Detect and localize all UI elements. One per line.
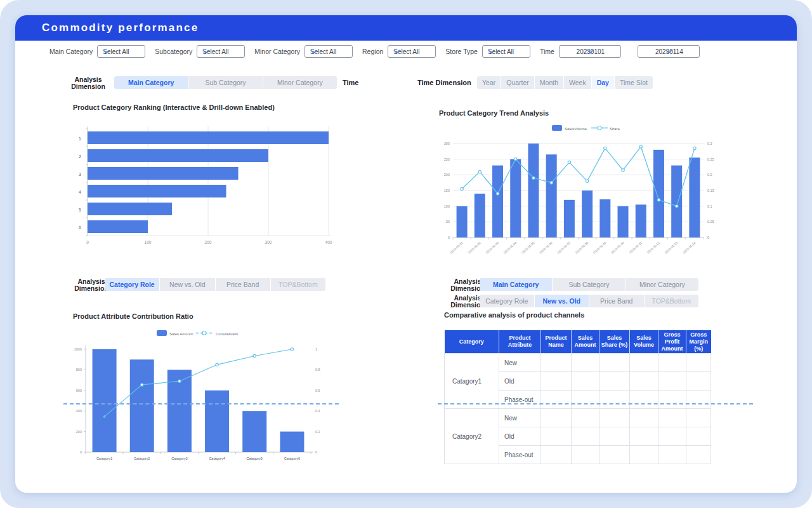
left-tick-label: 200: [76, 430, 82, 434]
x-tick-label: Catagory5: [247, 457, 263, 460]
empty-cell: [658, 354, 686, 372]
tab-sub-category[interactable]: Sub Category: [552, 278, 625, 291]
empty-cell: [541, 354, 572, 372]
tab-new-vs-old[interactable]: New vs. Old: [534, 295, 589, 307]
tab-main-category[interactable]: Main Category: [480, 278, 552, 291]
time-label: Time: [343, 79, 358, 86]
trend-bar[interactable]: [510, 159, 521, 237]
left-tick-label: 300: [444, 142, 450, 145]
tab-week[interactable]: Week: [563, 76, 591, 89]
tab-new-vs-old[interactable]: New vs. Old: [159, 278, 214, 291]
filter-bar: Main CategorySelect AllSubcategorySelect…: [49, 44, 709, 58]
empty-cell: [686, 391, 711, 409]
trend-bar[interactable]: [618, 206, 629, 237]
col-header-gross-margin: Gross Margin (%): [686, 330, 711, 354]
x-tick-label: 2023-01-08: [574, 241, 589, 255]
chevron-path: [103, 50, 109, 53]
trend-bar[interactable]: [546, 154, 557, 237]
left-tick-label: 250: [444, 157, 450, 161]
ranking-bar[interactable]: [88, 131, 329, 144]
trend-bar[interactable]: [475, 194, 485, 237]
share-marker: [586, 180, 588, 182]
empty-cell: [599, 391, 630, 409]
trend-bar[interactable]: [492, 166, 503, 237]
trend-bar[interactable]: [599, 199, 610, 237]
tab-top-bottom[interactable]: TOP&Bottom: [644, 295, 699, 307]
chevron-down-icon: [665, 50, 672, 54]
trend-bar[interactable]: [457, 206, 468, 237]
col-header-product-attribute: Product Attribute: [499, 330, 541, 354]
left-tick-label: 800: [76, 368, 82, 371]
filter-subcategory: SubcategorySelect All: [155, 45, 245, 58]
trend-bar[interactable]: [689, 157, 700, 237]
pareto-bar[interactable]: [205, 391, 229, 452]
empty-cell: [630, 409, 658, 427]
ranking-bar[interactable]: [88, 203, 172, 215]
x-tick-label: 200: [205, 240, 212, 244]
tab-quarter[interactable]: Quarter: [501, 76, 534, 89]
tab-top-bottom[interactable]: TOP&Bottom: [270, 278, 325, 291]
empty-cell: [599, 409, 630, 427]
tab-price-band[interactable]: Price Band: [215, 278, 270, 291]
pareto-bar[interactable]: [280, 432, 304, 452]
tab-day[interactable]: Day: [591, 76, 614, 89]
legend-swatch-sales-amount: [157, 330, 167, 336]
trend-bar[interactable]: [671, 166, 682, 237]
legend-label: Share: [610, 127, 620, 131]
pareto-bars: [93, 349, 304, 452]
trend-bar[interactable]: [582, 190, 593, 237]
ranking-bar[interactable]: [88, 149, 268, 162]
right-tick-label: 0.2: [315, 430, 320, 434]
subcategory-select[interactable]: Select All: [197, 45, 245, 58]
analysis-dimension-tabs: Main CategorySub CategoryMinor Category: [114, 76, 337, 89]
empty-cell: [599, 372, 630, 391]
tab-price-band[interactable]: Price Band: [589, 295, 644, 307]
minor-category-select[interactable]: Select All: [304, 45, 353, 58]
header-bar: Commodity performance: [15, 15, 797, 41]
tab-minor-category[interactable]: Minor Category: [625, 278, 698, 291]
threshold-dashed-line: [63, 403, 339, 404]
tab-year[interactable]: Year: [477, 76, 501, 89]
tab-sub-category[interactable]: Sub Category: [188, 76, 262, 89]
tab-main-category[interactable]: Main Category: [114, 76, 188, 89]
ranking-bar[interactable]: [88, 167, 239, 180]
legend-label: Cumulative%: [216, 332, 239, 336]
ranking-bar[interactable]: [88, 185, 226, 197]
filter-region: RegionSelect All: [362, 45, 436, 58]
trend-bar[interactable]: [564, 200, 575, 237]
x-tick-label: 2023-01-10: [610, 241, 625, 255]
tab-time-slot[interactable]: Time Slot: [614, 76, 653, 89]
trend-bar[interactable]: [636, 204, 646, 237]
right-tick-label: 0: [315, 450, 317, 454]
region-select[interactable]: Select All: [388, 45, 436, 58]
y-tick-label: 1: [79, 137, 81, 141]
cumulative-marker: [178, 380, 181, 382]
empty-cell: [599, 354, 630, 372]
role-dimension-tabs: Category RoleNew vs. OldPrice BandTOP&Bo…: [480, 295, 698, 307]
x-tick-label: 2023-01-01: [449, 241, 464, 255]
pareto-chart: Sales AmountCumulative%002000.24000.4600…: [60, 324, 346, 470]
ranking-bar[interactable]: [88, 220, 148, 233]
share-marker: [514, 157, 517, 160]
trend-bar[interactable]: [528, 144, 539, 237]
cumulative-marker: [141, 384, 143, 386]
tab-category-role[interactable]: Category Role: [105, 278, 159, 291]
empty-cell: [630, 354, 658, 372]
empty-cell: [541, 427, 572, 446]
tab-category-role[interactable]: Category Role: [480, 295, 534, 307]
time-start-select[interactable]: 20230101: [559, 45, 621, 58]
pareto-bar[interactable]: [130, 359, 154, 452]
empty-cell: [630, 446, 658, 464]
time-end-select[interactable]: 20230114: [638, 45, 700, 58]
store-type-select[interactable]: Select All: [482, 45, 530, 58]
tab-month[interactable]: Month: [534, 76, 563, 89]
left-tick-label: 400: [76, 409, 82, 413]
trend-bar[interactable]: [653, 150, 664, 237]
main-category-select[interactable]: Select All: [97, 45, 145, 58]
share-marker: [622, 169, 624, 171]
left-tick-label: 0: [80, 450, 82, 454]
pareto-bar[interactable]: [93, 349, 117, 452]
pareto-bar[interactable]: [242, 411, 266, 452]
tab-minor-category[interactable]: Minor Category: [263, 76, 337, 89]
share-marker: [568, 161, 570, 163]
